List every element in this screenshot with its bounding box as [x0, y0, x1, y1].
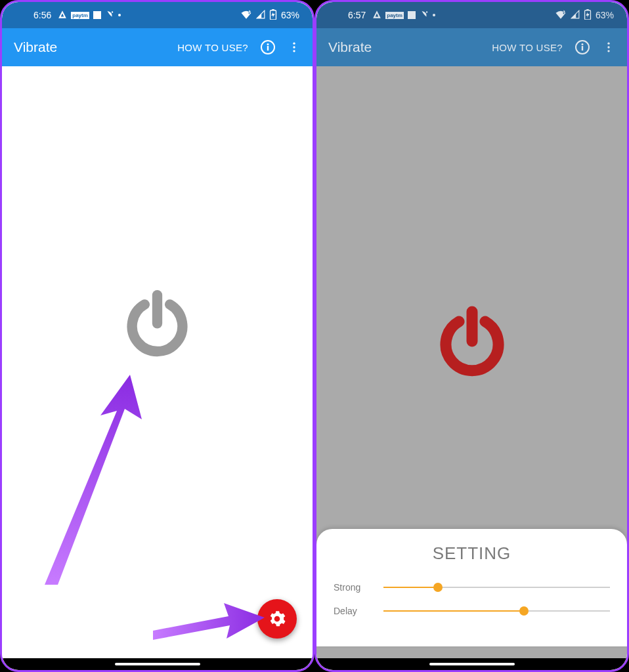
more-icon[interactable]: [596, 34, 622, 60]
svg-rect-3: [272, 9, 274, 10]
more-icon[interactable]: [281, 34, 307, 60]
app-title: Vibrate: [328, 39, 485, 55]
status-app-icon: [105, 10, 114, 21]
slider-row-strong: Strong: [334, 581, 610, 594]
svg-point-20: [607, 50, 609, 52]
status-app-icon: [408, 11, 416, 19]
slider-label: Delay: [334, 606, 373, 616]
status-dot-icon: [118, 14, 121, 16]
status-app-icon: paytm: [385, 12, 404, 19]
battery-percent: 63%: [281, 10, 299, 20]
wifi-icon: [555, 10, 567, 21]
annotation-arrow: [32, 375, 150, 585]
signal-icon: [571, 10, 580, 21]
how-to-use-button[interactable]: HOW TO USE?: [485, 37, 569, 58]
app-bar: Vibrate HOW TO USE?: [2, 28, 313, 66]
slider-label: Strong: [334, 582, 373, 593]
svg-point-0: [112, 11, 113, 12]
app-bar: Vibrate HOW TO USE?: [316, 28, 627, 66]
battery-icon: [269, 9, 277, 22]
svg-point-7: [293, 43, 295, 45]
nav-handle[interactable]: [429, 663, 515, 665]
status-app-icon: [58, 10, 67, 21]
nav-handle[interactable]: [115, 663, 200, 665]
svg-point-11: [426, 11, 427, 12]
main-content: [2, 66, 313, 658]
gear-icon: [269, 610, 286, 627]
strong-slider[interactable]: [383, 581, 610, 594]
sheet-title: SETTING: [334, 543, 610, 564]
wifi-icon: [240, 10, 252, 21]
status-app-icon: paytm: [71, 12, 89, 19]
status-app-icon: [420, 10, 429, 21]
signal-icon: [256, 10, 265, 21]
svg-point-8: [293, 46, 295, 48]
info-icon[interactable]: [569, 34, 596, 60]
status-bar: 6:57 paytm: [316, 2, 627, 28]
svg-point-9: [293, 50, 295, 52]
svg-rect-14: [586, 9, 589, 10]
svg-point-19: [607, 46, 609, 48]
settings-fab[interactable]: [257, 599, 297, 639]
delay-slider[interactable]: [383, 604, 610, 618]
info-icon[interactable]: [255, 34, 281, 60]
how-to-use-button[interactable]: HOW TO USE?: [171, 37, 255, 58]
annotation-arrow: [153, 598, 265, 644]
battery-percent: 63%: [596, 10, 614, 20]
nav-bar: [316, 658, 627, 670]
status-time: 6:56: [33, 10, 51, 20]
status-bar: 6:56 paytm: [2, 2, 313, 28]
status-dot-icon: [433, 14, 435, 16]
app-title: Vibrate: [14, 39, 171, 55]
status-app-icon: [372, 10, 381, 21]
battery-icon: [584, 9, 592, 22]
slider-row-delay: Delay: [334, 604, 610, 618]
phone-screenshot-left: 6:56 paytm: [0, 0, 314, 672]
svg-point-16: [582, 43, 584, 45]
svg-point-5: [267, 43, 269, 45]
phone-screenshot-right: 6:57 paytm: [314, 0, 629, 672]
status-app-icon: [93, 11, 101, 19]
main-content: SETTING Strong Delay: [316, 66, 627, 658]
power-button[interactable]: [433, 305, 511, 384]
svg-rect-6: [267, 46, 269, 51]
status-time: 6:57: [348, 10, 366, 20]
svg-rect-17: [582, 46, 583, 51]
settings-sheet: SETTING Strong Delay: [316, 529, 627, 646]
nav-bar: [2, 658, 313, 670]
power-button[interactable]: [118, 287, 197, 366]
svg-point-18: [607, 43, 609, 45]
